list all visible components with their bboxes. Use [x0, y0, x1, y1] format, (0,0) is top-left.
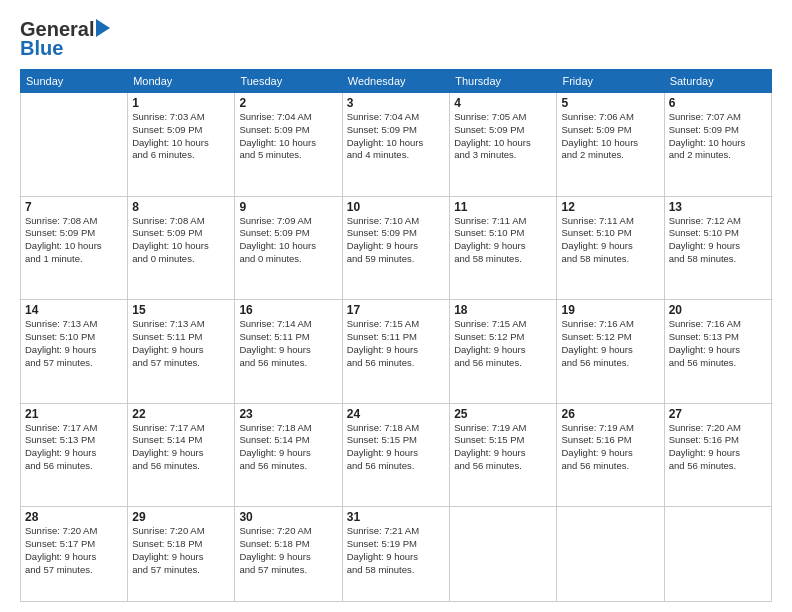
day-info: Sunrise: 7:13 AM Sunset: 5:11 PM Dayligh… [132, 318, 230, 369]
day-info: Sunrise: 7:19 AM Sunset: 5:15 PM Dayligh… [454, 422, 552, 473]
day-info: Sunrise: 7:20 AM Sunset: 5:17 PM Dayligh… [25, 525, 123, 576]
calendar-cell: 5Sunrise: 7:06 AM Sunset: 5:09 PM Daylig… [557, 93, 664, 197]
calendar-cell: 26Sunrise: 7:19 AM Sunset: 5:16 PM Dayli… [557, 403, 664, 507]
header: General Blue [20, 18, 772, 59]
day-info: Sunrise: 7:20 AM Sunset: 5:18 PM Dayligh… [132, 525, 230, 576]
day-info: Sunrise: 7:10 AM Sunset: 5:09 PM Dayligh… [347, 215, 445, 266]
weekday-header-thursday: Thursday [450, 70, 557, 93]
day-number: 19 [561, 303, 659, 317]
day-number: 21 [25, 407, 123, 421]
calendar-cell: 28Sunrise: 7:20 AM Sunset: 5:17 PM Dayli… [21, 507, 128, 602]
calendar-cell: 15Sunrise: 7:13 AM Sunset: 5:11 PM Dayli… [128, 300, 235, 404]
day-info: Sunrise: 7:18 AM Sunset: 5:15 PM Dayligh… [347, 422, 445, 473]
day-info: Sunrise: 7:14 AM Sunset: 5:11 PM Dayligh… [239, 318, 337, 369]
calendar-cell: 23Sunrise: 7:18 AM Sunset: 5:14 PM Dayli… [235, 403, 342, 507]
day-number: 30 [239, 510, 337, 524]
calendar-table: SundayMondayTuesdayWednesdayThursdayFrid… [20, 69, 772, 602]
calendar-cell: 20Sunrise: 7:16 AM Sunset: 5:13 PM Dayli… [664, 300, 771, 404]
calendar-cell [664, 507, 771, 602]
logo-arrow-icon [96, 19, 110, 37]
day-info: Sunrise: 7:03 AM Sunset: 5:09 PM Dayligh… [132, 111, 230, 162]
day-info: Sunrise: 7:20 AM Sunset: 5:18 PM Dayligh… [239, 525, 337, 576]
day-number: 20 [669, 303, 767, 317]
day-number: 7 [25, 200, 123, 214]
day-number: 4 [454, 96, 552, 110]
day-info: Sunrise: 7:07 AM Sunset: 5:09 PM Dayligh… [669, 111, 767, 162]
calendar-cell: 4Sunrise: 7:05 AM Sunset: 5:09 PM Daylig… [450, 93, 557, 197]
day-number: 12 [561, 200, 659, 214]
calendar-week-3: 14Sunrise: 7:13 AM Sunset: 5:10 PM Dayli… [21, 300, 772, 404]
day-info: Sunrise: 7:20 AM Sunset: 5:16 PM Dayligh… [669, 422, 767, 473]
calendar-cell: 13Sunrise: 7:12 AM Sunset: 5:10 PM Dayli… [664, 196, 771, 300]
day-number: 18 [454, 303, 552, 317]
day-info: Sunrise: 7:17 AM Sunset: 5:13 PM Dayligh… [25, 422, 123, 473]
calendar-week-2: 7Sunrise: 7:08 AM Sunset: 5:09 PM Daylig… [21, 196, 772, 300]
weekday-header-saturday: Saturday [664, 70, 771, 93]
day-number: 3 [347, 96, 445, 110]
day-info: Sunrise: 7:16 AM Sunset: 5:12 PM Dayligh… [561, 318, 659, 369]
day-info: Sunrise: 7:15 AM Sunset: 5:12 PM Dayligh… [454, 318, 552, 369]
day-number: 14 [25, 303, 123, 317]
calendar-cell: 25Sunrise: 7:19 AM Sunset: 5:15 PM Dayli… [450, 403, 557, 507]
calendar-cell: 12Sunrise: 7:11 AM Sunset: 5:10 PM Dayli… [557, 196, 664, 300]
day-number: 6 [669, 96, 767, 110]
day-info: Sunrise: 7:19 AM Sunset: 5:16 PM Dayligh… [561, 422, 659, 473]
calendar-week-5: 28Sunrise: 7:20 AM Sunset: 5:17 PM Dayli… [21, 507, 772, 602]
day-info: Sunrise: 7:17 AM Sunset: 5:14 PM Dayligh… [132, 422, 230, 473]
calendar-cell: 21Sunrise: 7:17 AM Sunset: 5:13 PM Dayli… [21, 403, 128, 507]
day-number: 10 [347, 200, 445, 214]
calendar-cell [450, 507, 557, 602]
day-info: Sunrise: 7:16 AM Sunset: 5:13 PM Dayligh… [669, 318, 767, 369]
calendar-cell: 11Sunrise: 7:11 AM Sunset: 5:10 PM Dayli… [450, 196, 557, 300]
calendar-cell [557, 507, 664, 602]
calendar-cell: 7Sunrise: 7:08 AM Sunset: 5:09 PM Daylig… [21, 196, 128, 300]
weekday-header-tuesday: Tuesday [235, 70, 342, 93]
calendar-header-row: SundayMondayTuesdayWednesdayThursdayFrid… [21, 70, 772, 93]
day-number: 26 [561, 407, 659, 421]
calendar-cell: 30Sunrise: 7:20 AM Sunset: 5:18 PM Dayli… [235, 507, 342, 602]
calendar-cell: 9Sunrise: 7:09 AM Sunset: 5:09 PM Daylig… [235, 196, 342, 300]
day-number: 16 [239, 303, 337, 317]
day-number: 29 [132, 510, 230, 524]
calendar-week-1: 1Sunrise: 7:03 AM Sunset: 5:09 PM Daylig… [21, 93, 772, 197]
calendar-cell: 10Sunrise: 7:10 AM Sunset: 5:09 PM Dayli… [342, 196, 449, 300]
day-info: Sunrise: 7:06 AM Sunset: 5:09 PM Dayligh… [561, 111, 659, 162]
calendar-cell: 14Sunrise: 7:13 AM Sunset: 5:10 PM Dayli… [21, 300, 128, 404]
day-info: Sunrise: 7:11 AM Sunset: 5:10 PM Dayligh… [561, 215, 659, 266]
day-number: 13 [669, 200, 767, 214]
weekday-header-wednesday: Wednesday [342, 70, 449, 93]
day-info: Sunrise: 7:08 AM Sunset: 5:09 PM Dayligh… [132, 215, 230, 266]
day-number: 2 [239, 96, 337, 110]
calendar-cell: 8Sunrise: 7:08 AM Sunset: 5:09 PM Daylig… [128, 196, 235, 300]
day-info: Sunrise: 7:21 AM Sunset: 5:19 PM Dayligh… [347, 525, 445, 576]
logo-blue: Blue [20, 37, 63, 59]
page: General Blue SundayMondayTuesdayWednesda… [0, 0, 792, 612]
day-info: Sunrise: 7:11 AM Sunset: 5:10 PM Dayligh… [454, 215, 552, 266]
calendar-cell: 22Sunrise: 7:17 AM Sunset: 5:14 PM Dayli… [128, 403, 235, 507]
calendar-cell: 19Sunrise: 7:16 AM Sunset: 5:12 PM Dayli… [557, 300, 664, 404]
day-info: Sunrise: 7:18 AM Sunset: 5:14 PM Dayligh… [239, 422, 337, 473]
calendar-cell: 2Sunrise: 7:04 AM Sunset: 5:09 PM Daylig… [235, 93, 342, 197]
day-number: 28 [25, 510, 123, 524]
day-number: 24 [347, 407, 445, 421]
day-info: Sunrise: 7:04 AM Sunset: 5:09 PM Dayligh… [239, 111, 337, 162]
day-number: 25 [454, 407, 552, 421]
calendar-cell: 17Sunrise: 7:15 AM Sunset: 5:11 PM Dayli… [342, 300, 449, 404]
day-info: Sunrise: 7:05 AM Sunset: 5:09 PM Dayligh… [454, 111, 552, 162]
day-number: 27 [669, 407, 767, 421]
day-number: 23 [239, 407, 337, 421]
day-info: Sunrise: 7:15 AM Sunset: 5:11 PM Dayligh… [347, 318, 445, 369]
day-info: Sunrise: 7:13 AM Sunset: 5:10 PM Dayligh… [25, 318, 123, 369]
day-number: 11 [454, 200, 552, 214]
day-number: 8 [132, 200, 230, 214]
logo: General Blue [20, 18, 110, 59]
day-number: 5 [561, 96, 659, 110]
calendar-cell: 27Sunrise: 7:20 AM Sunset: 5:16 PM Dayli… [664, 403, 771, 507]
weekday-header-sunday: Sunday [21, 70, 128, 93]
day-info: Sunrise: 7:09 AM Sunset: 5:09 PM Dayligh… [239, 215, 337, 266]
calendar-cell: 6Sunrise: 7:07 AM Sunset: 5:09 PM Daylig… [664, 93, 771, 197]
day-number: 1 [132, 96, 230, 110]
calendar-cell: 3Sunrise: 7:04 AM Sunset: 5:09 PM Daylig… [342, 93, 449, 197]
day-number: 15 [132, 303, 230, 317]
day-number: 17 [347, 303, 445, 317]
